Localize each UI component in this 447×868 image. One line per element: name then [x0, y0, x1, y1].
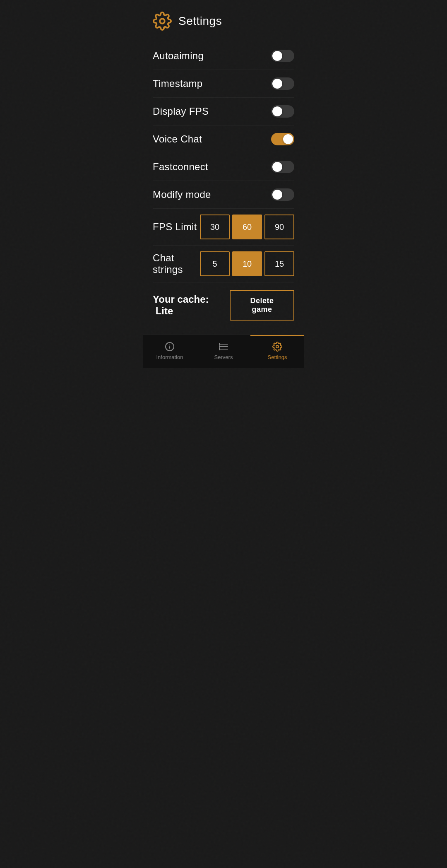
nav-settings[interactable]: Settings: [250, 335, 304, 368]
display-fps-row: Display FPS: [153, 98, 294, 125]
cache-label: Your cache: Lite: [153, 294, 230, 317]
autoaiming-thumb: [272, 51, 282, 61]
header: Settings: [143, 0, 304, 39]
settings-header-icon: [153, 12, 172, 31]
voice-chat-toggle[interactable]: [271, 133, 294, 145]
fastconnect-label: Fastconnect: [153, 161, 208, 173]
display-fps-track: [271, 105, 294, 118]
voice-chat-thumb: [283, 134, 293, 144]
autoaiming-toggle[interactable]: [271, 50, 294, 62]
chat-strings-label: Chat strings: [153, 252, 200, 275]
modify-mode-thumb: [272, 190, 282, 200]
timestamp-thumb: [272, 79, 282, 89]
fastconnect-row: Fastconnect: [153, 153, 294, 181]
fps-90-button[interactable]: 90: [264, 215, 294, 239]
fastconnect-toggle[interactable]: [271, 161, 294, 173]
bottom-nav: Information Servers: [143, 335, 304, 368]
timestamp-toggle[interactable]: [271, 77, 294, 90]
fps-limit-row: FPS Limit 30 60 90: [153, 209, 294, 246]
autoaiming-label: Autoaiming: [153, 50, 204, 62]
cache-prefix: Your cache:: [153, 294, 209, 305]
fastconnect-thumb: [272, 162, 282, 172]
voice-chat-track: [271, 133, 294, 145]
nav-settings-label: Settings: [268, 354, 287, 360]
svg-point-4: [170, 345, 170, 345]
settings-page: Settings Autoaiming Timestamp Display FP…: [143, 0, 304, 368]
voice-chat-label: Voice Chat: [153, 133, 202, 145]
nav-information[interactable]: Information: [143, 335, 197, 368]
modify-mode-row: Modify mode: [153, 181, 294, 209]
delete-game-button[interactable]: Delete game: [230, 290, 294, 321]
display-fps-toggle[interactable]: [271, 105, 294, 118]
timestamp-row: Timestamp: [153, 70, 294, 98]
chat-15-button[interactable]: 15: [264, 251, 294, 276]
fps-limit-label: FPS Limit: [153, 221, 197, 233]
chat-10-button[interactable]: 10: [232, 251, 262, 276]
nav-information-label: Information: [156, 354, 183, 360]
display-fps-thumb: [272, 106, 282, 116]
nav-settings-icon: [272, 341, 283, 352]
timestamp-label: Timestamp: [153, 78, 203, 89]
modify-mode-toggle[interactable]: [271, 188, 294, 201]
chat-strings-btn-group: 5 10 15: [200, 251, 294, 276]
nav-servers[interactable]: Servers: [197, 335, 250, 368]
servers-icon: [218, 341, 229, 352]
modify-mode-label: Modify mode: [153, 189, 211, 200]
fps-60-button[interactable]: 60: [232, 215, 262, 239]
information-icon: [164, 341, 175, 352]
autoaiming-track: [271, 50, 294, 62]
svg-point-0: [160, 19, 165, 24]
timestamp-track: [271, 77, 294, 90]
header-title: Settings: [178, 14, 222, 28]
voice-chat-row: Voice Chat: [153, 125, 294, 153]
fps-30-button[interactable]: 30: [200, 215, 230, 239]
fps-limit-btn-group: 30 60 90: [200, 215, 294, 239]
chat-strings-row: Chat strings 5 10 15: [153, 246, 294, 282]
settings-list: Autoaiming Timestamp Display FPS: [143, 39, 304, 335]
fastconnect-track: [271, 161, 294, 173]
nav-servers-label: Servers: [214, 354, 233, 360]
svg-point-11: [276, 345, 279, 348]
autoaiming-row: Autoaiming: [153, 42, 294, 70]
cache-value: Lite: [156, 305, 173, 316]
chat-5-button[interactable]: 5: [200, 251, 230, 276]
modify-mode-track: [271, 188, 294, 201]
display-fps-label: Display FPS: [153, 106, 209, 117]
cache-row: Your cache: Lite Delete game: [153, 282, 294, 328]
